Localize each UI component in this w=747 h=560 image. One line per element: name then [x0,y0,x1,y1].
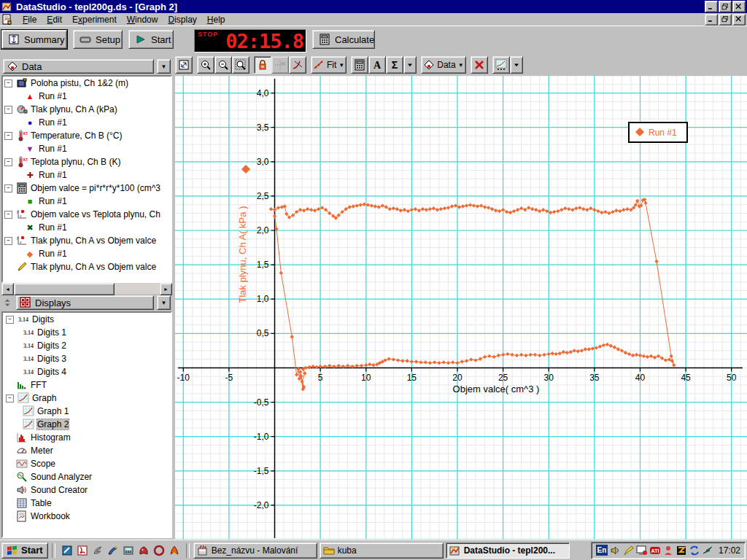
quicklaunch-icon-5[interactable] [123,545,134,556]
zoom-out-button[interactable] [214,56,232,74]
display-tree-item-graph-2[interactable]: Graph 2 [3,418,171,431]
run-item[interactable]: ✖Run #1 [3,221,171,234]
fit-menu-button[interactable]: Fit▼ [311,56,347,74]
statistics-dropdown-button[interactable] [403,56,417,74]
menu-item-edit[interactable]: Edit [42,14,67,26]
data-tree-item[interactable]: −Tlak plynu, Ch A (kPa) [3,103,171,116]
scroll-left-button[interactable]: ◄ [1,283,14,295]
display-tree-item-graph-1[interactable]: Graph 1 [3,405,171,418]
plot-canvas[interactable]: -10-551015202530354045504,03,53,02,52,01… [175,76,747,540]
display-tree-item-digits-1[interactable]: 3.14Digits 1 [3,326,171,339]
data-menu-button[interactable]: Data▼ [421,56,465,74]
data-tree-item[interactable]: −KTDTeplota plynu, Ch B (K) [3,155,171,168]
start-button[interactable]: Start [128,30,174,49]
displays-summary-button[interactable]: Displays [16,295,154,310]
run-item[interactable]: ▲Run #1 [3,90,171,103]
display-tree-item-digits-3[interactable]: 3.14Digits 3 [3,352,171,365]
app-restore-button[interactable] [719,1,732,12]
collapse-box[interactable]: − [4,132,12,140]
data-tree-item[interactable]: −Poloha pistu, Ch 1&2 (m) [3,77,171,90]
display-tree-item-meter[interactable]: Meter [3,444,171,457]
quicklaunch-icon-2[interactable] [77,545,88,556]
statistics-button[interactable]: Σ [386,56,403,74]
display-tree-item-workbook[interactable]: Workbook [3,510,171,523]
scroll-thumb[interactable] [14,283,115,295]
zonealarm-icon[interactable] [676,545,687,556]
doc-minimize-button[interactable] [705,14,718,26]
quicklaunch-icon-3[interactable] [92,545,104,556]
collapse-box[interactable]: − [6,316,14,324]
collapse-box[interactable]: − [4,184,12,192]
delete-display-button[interactable] [471,56,488,74]
calculator-tool-button[interactable] [351,56,368,74]
quicklaunch-icon-7[interactable] [153,545,165,556]
graph-settings-dropdown-button[interactable] [510,56,523,74]
data-summary-button[interactable]: Data [3,59,154,74]
display-tree-item-digits-2[interactable]: 3.14Digits 2 [3,339,171,352]
doc-close-button[interactable] [732,14,746,26]
display-tree-item-digits[interactable]: −3.14Digits [3,313,171,326]
run-item[interactable]: ✚Run #1 [3,168,171,182]
y-axis-label[interactable]: Tlak plynu, Ch A( kPa ) [237,206,248,303]
quicklaunch-icon-6[interactable] [138,545,150,556]
task-button-bez_názvu[interactable]: Bez_názvu - Malování [193,542,317,559]
x-axis-label[interactable]: Objem valce( cm^3 ) [453,384,540,394]
collapse-box[interactable]: − [4,106,12,114]
summary-button[interactable]: Summary [1,30,67,49]
sync-icon[interactable] [689,545,700,556]
menu-item-window[interactable]: Window [122,14,163,26]
start-menu-button[interactable]: Start [1,542,48,559]
display-tree-item-table[interactable]: Table [3,497,171,510]
setup-button[interactable]: Setup [73,30,123,49]
slope-tool-button[interactable] [289,56,306,74]
volume-icon[interactable] [610,545,622,556]
run-item[interactable]: ▼Run #1 [3,142,171,155]
doc-restore-button[interactable] [719,14,732,26]
collapse-box[interactable]: − [4,211,12,219]
calculate-button[interactable]: Calculate [312,30,375,49]
display-tree-item-graph[interactable]: −Graph [3,392,171,405]
text-annotation-button[interactable]: A [368,56,386,74]
displays-dropdown-button[interactable]: ▼ [157,295,171,310]
data-tree-hscrollbar[interactable]: ◄ ► [1,283,172,294]
data-dropdown-button[interactable]: ▼ [157,59,171,74]
zoom-in-button[interactable] [197,56,214,74]
legend[interactable]: Run #1 [629,122,687,142]
ati-icon[interactable]: ATI [649,545,661,556]
data-tree-item[interactable]: −xyObjem valce vs Teplota plynu, Ch [3,208,171,221]
collapse-box[interactable]: − [4,158,12,166]
display-tree-item-fft[interactable]: FFT [3,378,171,392]
scale-to-fit-button[interactable] [175,56,193,74]
display-tree-item-digits-4[interactable]: 3.14Digits 4 [3,365,171,378]
menu-item-help[interactable]: Help [202,14,231,26]
smart-tool-button[interactable] [254,56,271,74]
title-bar[interactable]: DataStudio - tepl200g.ds - [Graph 2] [0,0,747,13]
data-tree-item[interactable]: Tlak plynu, Ch A vs Objem valce [3,260,171,273]
app-minimize-button[interactable] [705,1,718,12]
collapse-box[interactable]: − [4,79,12,88]
run-item[interactable]: ●Run #1 [3,116,171,129]
quicklaunch-icon-1[interactable] [61,545,73,556]
app-close-button[interactable] [732,1,746,12]
run-item[interactable]: ■Run #1 [3,195,171,208]
graph-settings-button[interactable] [492,56,510,74]
menu-item-file[interactable]: File [18,14,42,26]
display-tree-item-sound-creator[interactable]: Sound Creator [3,483,171,497]
task-button-kuba[interactable]: kuba [320,542,444,559]
graph-display[interactable]: -10-551015202530354045504,03,53,02,52,01… [175,76,747,540]
data-tree-item[interactable]: −Objem valce = pi*r*r*y*100 (cm^3 [3,182,171,195]
display-icon[interactable] [636,545,648,556]
display-tree-item-histogram[interactable]: Histogram [3,431,171,444]
display-tree-item-scope[interactable]: Scope [3,457,171,470]
menu-item-display[interactable]: Display [163,14,201,26]
task-button-datastudio[interactable]: DataStudio - tepl200... [446,542,570,559]
language-indicator[interactable]: En [596,545,608,556]
menu-item-experiment[interactable]: Experiment [67,14,122,26]
data-tree-item[interactable]: −xyTlak plynu, Ch A vs Objem valce [3,234,171,247]
quicklaunch-icon-8[interactable] [169,545,180,556]
collapse-box[interactable]: − [4,237,12,245]
display-tree-item-sound-analyzer[interactable]: Sound Analyzer [3,470,171,483]
flash-icon[interactable] [702,545,713,556]
agent-icon[interactable] [662,545,674,556]
pen-icon[interactable] [623,545,635,556]
